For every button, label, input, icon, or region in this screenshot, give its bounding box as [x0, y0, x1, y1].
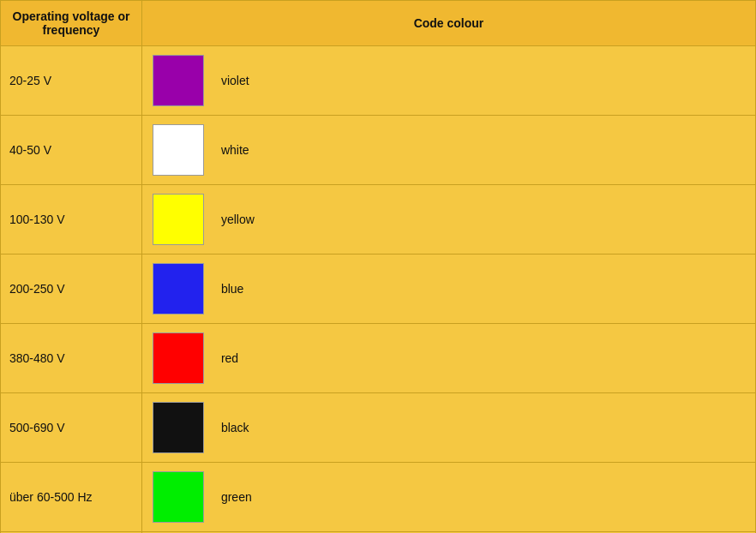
header-voltage: Operating voltage or frequency [1, 1, 142, 46]
table-row: 200-250 Vblue [1, 255, 756, 324]
code-cell: green [141, 463, 755, 532]
color-name: blue [221, 282, 243, 296]
color-swatch [153, 194, 204, 245]
color-name: yellow [221, 213, 255, 226]
color-name: red [221, 351, 238, 365]
color-swatch [153, 263, 204, 314]
voltage-label: 200-250 V [1, 255, 142, 324]
color-swatch [153, 402, 204, 453]
table-row: über 60-500 Hzgreen [1, 463, 756, 532]
color-swatch [153, 124, 204, 176]
table-row: 500-690 Vblack [1, 393, 756, 463]
header-code: Code colour [141, 1, 755, 46]
code-cell: blue [141, 255, 755, 324]
code-cell: black [141, 393, 755, 463]
table-row: 380-480 Vred [1, 324, 756, 393]
color-name: black [221, 421, 249, 434]
color-swatch [153, 332, 204, 384]
color-name: white [221, 143, 249, 157]
color-name: green [221, 490, 252, 504]
code-cell: yellow [141, 185, 755, 255]
table-row: 100-130 Vyellow [1, 185, 756, 255]
color-name: violet [221, 74, 249, 87]
voltage-label: 380-480 V [1, 324, 142, 393]
table-row: 40-50 Vwhite [1, 116, 756, 185]
voltage-label: 500-690 V [1, 393, 142, 463]
voltage-color-table: Operating voltage or frequency Code colo… [0, 0, 756, 533]
voltage-label: 100-130 V [1, 185, 142, 255]
code-cell: red [141, 324, 755, 393]
color-swatch [153, 471, 204, 523]
voltage-label: 40-50 V [1, 116, 142, 185]
voltage-label: über 60-500 Hz [1, 463, 142, 532]
code-cell: white [141, 116, 755, 185]
color-swatch [153, 55, 204, 106]
code-cell: violet [141, 46, 755, 116]
table-row: 20-25 Vviolet [1, 46, 756, 116]
voltage-label: 20-25 V [1, 46, 142, 116]
